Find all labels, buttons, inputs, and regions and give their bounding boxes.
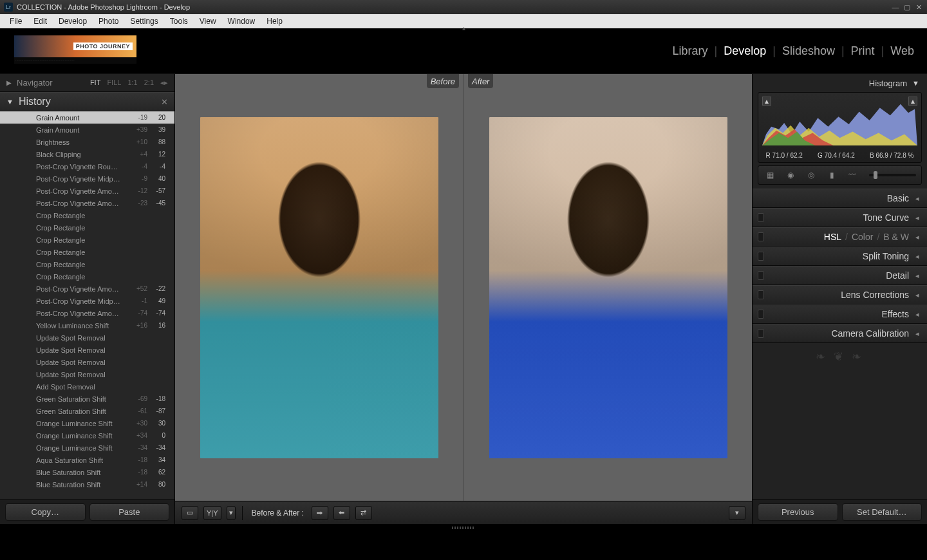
history-row[interactable]: Crop Rectangle	[0, 246, 174, 258]
history-row[interactable]: Orange Luminance Shift+340	[0, 429, 174, 442]
history-row[interactable]: Crop Rectangle	[0, 234, 174, 246]
module-web[interactable]: Web	[890, 44, 914, 58]
menu-tools[interactable]: Tools	[164, 15, 194, 28]
panel-split-toning[interactable]: Split Toning◂	[753, 247, 927, 266]
shadow-clip-icon[interactable]: ▴	[762, 97, 771, 106]
history-row[interactable]: Post-Crop Vignette Rou…-4-4	[0, 160, 174, 173]
history-row[interactable]: Post-Crop Vignette Midp…-149	[0, 295, 174, 307]
history-header[interactable]: ▼ History ✕	[0, 92, 174, 111]
menu-develop[interactable]: Develop	[53, 15, 93, 28]
history-row[interactable]: Green Saturation Shift-61-87	[0, 405, 174, 417]
module-slideshow[interactable]: Slideshow	[782, 44, 835, 58]
zoom-stepper-icon[interactable]: ◂▸	[160, 79, 168, 87]
before-after-view-icon[interactable]: Y|Y	[203, 506, 221, 520]
history-row[interactable]: Yellow Luminance Shift+1616	[0, 319, 174, 331]
bw-tab[interactable]: B & W	[883, 232, 909, 242]
history-row[interactable]: Update Spot Removal	[0, 331, 174, 344]
history-row[interactable]: Crop Rectangle	[0, 258, 174, 270]
histogram-header[interactable]: Histogram ▼	[753, 74, 927, 92]
previous-button[interactable]: Previous	[758, 503, 838, 521]
history-row[interactable]: Post-Crop Vignette Midp…-940	[0, 173, 174, 185]
history-row[interactable]: Orange Luminance Shift-34-34	[0, 442, 174, 454]
before-label: Before	[427, 74, 459, 88]
minimize-icon[interactable]: —	[891, 3, 900, 12]
history-delta: -4	[142, 163, 147, 170]
history-row[interactable]: Post-Crop Vignette Amo…-23-45	[0, 197, 174, 209]
copy-button[interactable]: Copy…	[5, 503, 86, 521]
spot-removal-tool-icon[interactable]: ◉	[784, 169, 797, 182]
before-after-menu-icon[interactable]: ▾	[227, 506, 236, 520]
history-row[interactable]: Orange Luminance Shift+3030	[0, 417, 174, 429]
module-library[interactable]: Library	[672, 44, 707, 58]
copy-after-to-before-icon[interactable]: ⬅	[333, 506, 350, 520]
copy-before-to-after-icon[interactable]: ⮕	[312, 506, 328, 520]
history-row[interactable]: Crop Rectangle	[0, 270, 174, 283]
history-row[interactable]: Green Saturation Shift-69-18	[0, 393, 174, 405]
menu-help[interactable]: Help	[261, 15, 288, 28]
history-label: Orange Luminance Shift	[36, 420, 113, 427]
history-delta: +30	[136, 420, 147, 427]
history-row[interactable]: Grain Amount-1920	[0, 111, 174, 124]
history-row[interactable]: Brightness+1088	[0, 136, 174, 148]
history-row[interactable]: Blue Saturation Shift-1862	[0, 466, 174, 478]
history-row[interactable]: Update Spot Removal	[0, 344, 174, 356]
expand-top-icon[interactable]: ▴	[462, 24, 465, 32]
set-default-button[interactable]: Set Default…	[842, 503, 922, 521]
module-print[interactable]: Print	[851, 44, 875, 58]
navigator-header[interactable]: ▶ Navigator FIT FILL 1:1 2:1 ◂▸	[0, 74, 174, 92]
zoom-2to1[interactable]: 2:1	[144, 79, 154, 87]
before-view[interactable]: Before	[175, 74, 464, 501]
after-view[interactable]: After	[464, 74, 752, 501]
history-row[interactable]: Update Spot Removal	[0, 368, 174, 380]
hsl-tab[interactable]: HSL	[824, 232, 841, 242]
swap-before-after-icon[interactable]: ⇄	[355, 506, 372, 520]
zoom-fill[interactable]: FILL	[107, 79, 121, 87]
redeye-tool-icon[interactable]: ◎	[805, 169, 818, 182]
panel-effects[interactable]: Effects◂	[753, 304, 927, 324]
menu-edit[interactable]: Edit	[28, 15, 53, 28]
brush-tool-icon[interactable]: 〰	[846, 169, 859, 182]
panel-tone-curve[interactable]: Tone Curve◂	[753, 208, 927, 227]
history-row[interactable]: Crop Rectangle	[0, 209, 174, 221]
panel-lens-corrections[interactable]: Lens Corrections◂	[753, 285, 927, 304]
color-tab[interactable]: Color	[852, 232, 873, 242]
zoom-1to1[interactable]: 1:1	[127, 79, 137, 87]
filmstrip-grip[interactable]	[0, 524, 927, 532]
panel-camera-calibration[interactable]: Camera Calibration◂	[753, 324, 927, 343]
history-row[interactable]: Grain Amount+3939	[0, 124, 174, 136]
history-row[interactable]: Black Clipping+412	[0, 148, 174, 160]
clear-history-icon[interactable]: ✕	[161, 97, 168, 107]
history-value: 40	[158, 175, 165, 182]
menu-settings[interactable]: Settings	[124, 15, 164, 28]
close-icon[interactable]: ✕	[914, 3, 923, 12]
maximize-icon[interactable]: ▢	[903, 3, 912, 12]
histogram[interactable]: ▴ ▴ R 71.0 / 62.2 G 70.4 / 64.2 B 66.9 /…	[758, 92, 922, 163]
zoom-fit[interactable]: FIT	[90, 79, 101, 87]
history-row[interactable]: Crop Rectangle	[0, 221, 174, 234]
paste-button[interactable]: Paste	[89, 503, 170, 521]
history-row[interactable]: Post-Crop Vignette Amo…-12-57	[0, 185, 174, 197]
panel-basic[interactable]: Basic◂	[753, 189, 927, 208]
history-row[interactable]: Post-Crop Vignette Amo…+52-22	[0, 283, 174, 295]
menu-photo[interactable]: Photo	[93, 15, 124, 28]
history-row[interactable]: Post-Crop Vignette Amo…-74-74	[0, 307, 174, 319]
module-develop[interactable]: Develop	[724, 44, 766, 58]
history-row[interactable]: Add Spot Removal	[0, 380, 174, 393]
menu-view[interactable]: View	[194, 15, 222, 28]
crop-tool-icon[interactable]: ▦	[763, 169, 776, 182]
panel-hsl-color-bw[interactable]: HSL/ Color/ B & W ◂	[753, 227, 927, 247]
loupe-view-icon[interactable]: ▭	[182, 506, 198, 520]
history-label: Blue Saturation Shift	[36, 469, 100, 476]
right-panel: Histogram ▼ ▴ ▴ R 71.0 / 62.2 G 70.4 / 6…	[752, 74, 927, 524]
module-picker: Library| Develop| Slideshow| Print| Web	[672, 44, 914, 58]
highlight-clip-icon[interactable]: ▴	[908, 97, 917, 106]
gradient-tool-icon[interactable]: ▮	[825, 169, 838, 182]
toolbar-options-icon[interactable]: ▾	[729, 506, 745, 520]
mask-slider[interactable]	[869, 174, 916, 176]
menu-file[interactable]: File	[4, 15, 28, 28]
history-row[interactable]: Aqua Saturation Shift-1834	[0, 454, 174, 466]
history-row[interactable]: Blue Saturation Shift+1480	[0, 478, 174, 490]
menu-window[interactable]: Window	[222, 15, 261, 28]
panel-detail[interactable]: Detail◂	[753, 266, 927, 285]
history-row[interactable]: Update Spot Removal	[0, 356, 174, 368]
